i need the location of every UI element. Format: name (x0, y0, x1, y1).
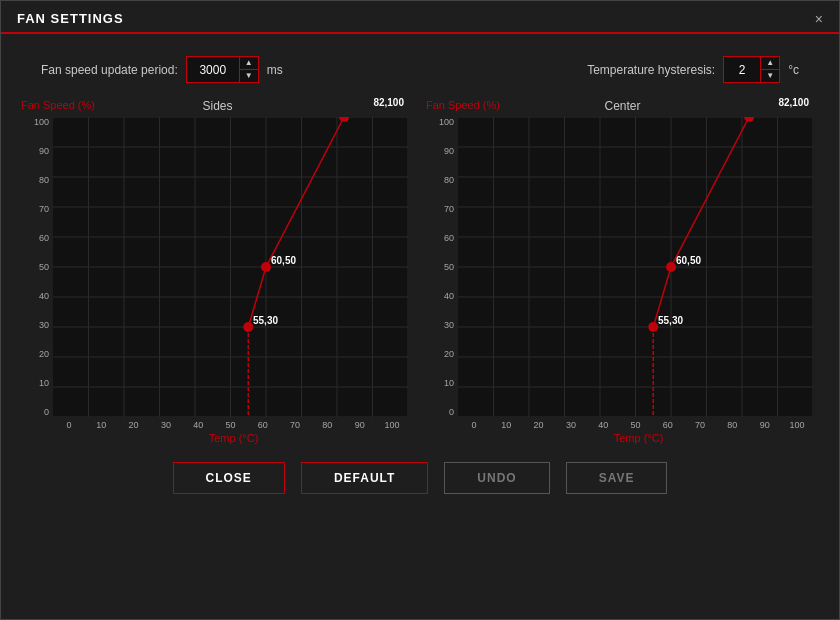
charts-row: Fan Speed (%) Sides 82,100 100 90 80 70 … (1, 99, 839, 444)
close-x-icon[interactable]: × (815, 12, 823, 26)
left-y-0: 0 (21, 407, 49, 417)
temp-hysteresis-setting: Temperature hysteresis: ▲ ▼ °c (587, 56, 799, 83)
right-x-title: Temp (°C) (458, 432, 819, 444)
left-label3: 55,30 (253, 315, 278, 326)
fan-speed-down-button[interactable]: ▼ (240, 70, 258, 82)
right-chart-svg: 55,30 60,50 (458, 117, 813, 417)
right-y-60: 60 (426, 233, 454, 243)
fan-speed-input[interactable] (187, 59, 239, 81)
right-y-70: 70 (426, 204, 454, 214)
fan-speed-spin-buttons: ▲ ▼ (239, 57, 258, 82)
right-x-0: 0 (458, 420, 490, 430)
chart-center: Fan Speed (%) Center 82,100 100 90 80 70… (426, 99, 819, 444)
left-y-90: 90 (21, 146, 49, 156)
left-chart-title: Sides (202, 99, 232, 113)
right-x-100: 100 (781, 420, 813, 430)
default-button[interactable]: DEFAULT (301, 462, 428, 494)
left-y-50: 50 (21, 262, 49, 272)
right-point2-dot[interactable] (666, 262, 676, 272)
right-x-90: 90 (749, 420, 781, 430)
title-bar: FAN SETTINGS × (1, 1, 839, 34)
left-label2: 60,50 (271, 255, 296, 266)
right-chart-title: Center (604, 99, 640, 113)
right-x-40: 40 (587, 420, 619, 430)
bottom-bar: CLOSE DEFAULT UNDO SAVE (1, 444, 839, 504)
right-fan-speed-label: Fan Speed (%) (426, 99, 500, 111)
right-y-40: 40 (426, 291, 454, 301)
left-x-20: 20 (118, 420, 150, 430)
close-button[interactable]: CLOSE (173, 462, 285, 494)
right-y-30: 30 (426, 320, 454, 330)
temp-hysteresis-down-button[interactable]: ▼ (761, 70, 779, 82)
left-chart-svg: 55,30 60,50 (53, 117, 408, 417)
right-x-50: 50 (619, 420, 651, 430)
left-y-10: 10 (21, 378, 49, 388)
svg-line-47 (671, 117, 749, 267)
right-x-30: 30 (555, 420, 587, 430)
left-y-100: 100 (21, 117, 49, 127)
right-label3: 55,30 (658, 315, 683, 326)
right-y-0: 0 (426, 407, 454, 417)
left-point1-dot[interactable] (339, 117, 349, 122)
fan-speed-setting: Fan speed update period: ▲ ▼ ms (41, 56, 283, 83)
window-title: FAN SETTINGS (17, 11, 124, 26)
left-x-30: 30 (150, 420, 182, 430)
right-y-80: 80 (426, 175, 454, 185)
left-y-60: 60 (21, 233, 49, 243)
right-point3-dot[interactable] (648, 322, 658, 332)
left-x-70: 70 (279, 420, 311, 430)
chart-sides: Fan Speed (%) Sides 82,100 100 90 80 70 … (21, 99, 414, 444)
right-y-100: 100 (426, 117, 454, 127)
left-y-20: 20 (21, 349, 49, 359)
left-x-100: 100 (376, 420, 408, 430)
right-point1-label: 82,100 (778, 97, 809, 108)
temp-hysteresis-unit: °c (788, 63, 799, 77)
right-label2: 60,50 (676, 255, 701, 266)
right-point1-dot[interactable] (744, 117, 754, 122)
right-y-20: 20 (426, 349, 454, 359)
left-x-title: Temp (°C) (53, 432, 414, 444)
left-y-30: 30 (21, 320, 49, 330)
fan-speed-spinbox: ▲ ▼ (186, 56, 259, 83)
left-point3-dot[interactable] (243, 322, 253, 332)
left-point2-dot[interactable] (261, 262, 271, 272)
right-x-10: 10 (490, 420, 522, 430)
left-x-10: 10 (85, 420, 117, 430)
left-x-0: 0 (53, 420, 85, 430)
fan-speed-label: Fan speed update period: (41, 63, 178, 77)
temp-hysteresis-input[interactable] (724, 59, 760, 81)
left-fan-speed-label: Fan Speed (%) (21, 99, 95, 111)
left-x-90: 90 (344, 420, 376, 430)
right-y-90: 90 (426, 146, 454, 156)
fan-speed-unit: ms (267, 63, 283, 77)
fan-settings-window: FAN SETTINGS × Fan speed update period: … (0, 0, 840, 620)
left-x-80: 80 (311, 420, 343, 430)
left-x-40: 40 (182, 420, 214, 430)
undo-button[interactable]: UNDO (444, 462, 549, 494)
temp-hysteresis-label: Temperature hysteresis: (587, 63, 715, 77)
save-button[interactable]: SAVE (566, 462, 668, 494)
temp-hysteresis-spinbox: ▲ ▼ (723, 56, 780, 83)
left-x-50: 50 (214, 420, 246, 430)
left-x-60: 60 (247, 420, 279, 430)
right-y-10: 10 (426, 378, 454, 388)
settings-row: Fan speed update period: ▲ ▼ ms Temperat… (1, 34, 839, 99)
right-x-70: 70 (684, 420, 716, 430)
fan-speed-up-button[interactable]: ▲ (240, 57, 258, 70)
right-y-50: 50 (426, 262, 454, 272)
temp-hysteresis-up-button[interactable]: ▲ (761, 57, 779, 70)
left-y-70: 70 (21, 204, 49, 214)
svg-line-23 (266, 117, 344, 267)
left-point1-label: 82,100 (373, 97, 404, 108)
temp-hysteresis-spin-buttons: ▲ ▼ (760, 57, 779, 82)
left-y-40: 40 (21, 291, 49, 301)
right-x-80: 80 (716, 420, 748, 430)
right-x-20: 20 (523, 420, 555, 430)
right-x-60: 60 (652, 420, 684, 430)
left-y-80: 80 (21, 175, 49, 185)
